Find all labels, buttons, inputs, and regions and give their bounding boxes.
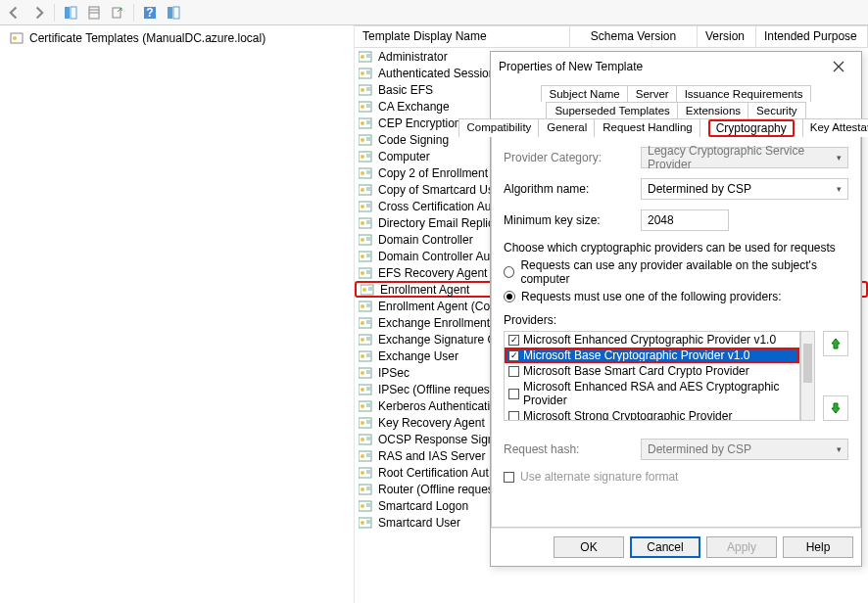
provider-row[interactable]: ✓Microsoft Enhanced Cryptographic Provid… bbox=[505, 332, 799, 348]
cert-icon bbox=[359, 350, 372, 362]
cancel-button[interactable]: Cancel bbox=[630, 536, 700, 558]
svg-point-117 bbox=[361, 487, 364, 491]
svg-point-37 bbox=[361, 155, 364, 159]
tab-general[interactable]: General bbox=[538, 118, 596, 137]
template-name: Domain Controller bbox=[378, 233, 473, 247]
tab-subject-name[interactable]: Subject Name bbox=[541, 85, 629, 102]
template-name: Basic EFS bbox=[378, 83, 433, 97]
svg-rect-0 bbox=[65, 7, 70, 19]
col-name[interactable]: Template Display Name bbox=[355, 26, 570, 47]
help-button[interactable]: Help bbox=[783, 536, 853, 558]
view-button-3[interactable] bbox=[163, 3, 184, 23]
cert-icon bbox=[359, 51, 372, 63]
template-name: IPSec bbox=[378, 366, 410, 380]
view-button-2[interactable] bbox=[83, 3, 105, 23]
close-button[interactable] bbox=[824, 55, 853, 78]
tab-cryptography[interactable]: Cryptography bbox=[699, 118, 803, 137]
help-button[interactable]: ? bbox=[139, 3, 161, 23]
move-up-button[interactable] bbox=[823, 331, 848, 356]
providers-list[interactable]: ✓Microsoft Enhanced Cryptographic Provid… bbox=[504, 331, 800, 421]
tab-security[interactable]: Security bbox=[747, 102, 806, 118]
svg-point-45 bbox=[361, 188, 364, 192]
svg-point-53 bbox=[361, 221, 364, 225]
minkey-input[interactable]: 2048 bbox=[641, 209, 729, 231]
dialog-buttons: OK Cancel Apply Help bbox=[491, 528, 861, 566]
cert-icon bbox=[359, 267, 372, 279]
properties-dialog: Properties of New Template Subject NameS… bbox=[490, 51, 862, 567]
apply-button[interactable]: Apply bbox=[706, 536, 777, 558]
tab-superseded-templates[interactable]: Superseded Templates bbox=[546, 102, 678, 118]
cert-icon bbox=[359, 450, 372, 462]
template-name: Root Certification Aut bbox=[378, 466, 489, 480]
radio-specific-providers[interactable]: Requests must use one of the following p… bbox=[504, 290, 848, 303]
provider-row[interactable]: ✓Microsoft Base Cryptographic Provider v… bbox=[505, 348, 799, 363]
algorithm-label: Algorithm name: bbox=[504, 182, 641, 196]
provider-checkbox[interactable] bbox=[508, 389, 519, 399]
template-name: Exchange Signature O bbox=[378, 333, 497, 347]
provider-checkbox[interactable] bbox=[508, 411, 519, 422]
svg-point-49 bbox=[361, 205, 364, 209]
export-button[interactable] bbox=[107, 3, 128, 23]
cert-icon bbox=[359, 151, 372, 162]
view-button-1[interactable] bbox=[60, 3, 81, 23]
template-name: Enrollment Agent (Co bbox=[378, 300, 490, 313]
template-name: Copy of Smartcard Us bbox=[378, 183, 494, 197]
col-purpose[interactable]: Intended Purpose bbox=[756, 26, 868, 47]
forward-button[interactable] bbox=[27, 3, 49, 23]
cert-icon bbox=[359, 317, 372, 329]
tab-key-attestation[interactable]: Key Attestation bbox=[801, 118, 868, 137]
svg-point-121 bbox=[361, 504, 364, 508]
provider-category-combo: Legacy Cryptographic Service Provider▾ bbox=[641, 147, 848, 168]
request-hash-label: Request hash: bbox=[504, 442, 641, 456]
svg-point-113 bbox=[361, 471, 364, 475]
nav-root[interactable]: Certificate Templates (ManualDC.azure.lo… bbox=[4, 29, 350, 47]
cert-icon bbox=[359, 417, 372, 429]
tab-request-handling[interactable]: Request Handling bbox=[594, 118, 700, 137]
provider-row[interactable]: Microsoft Base Smart Card Crypto Provide… bbox=[505, 363, 799, 379]
tab-issuance-requirements[interactable]: Issuance Requirements bbox=[676, 85, 812, 102]
svg-point-101 bbox=[361, 421, 364, 425]
provider-checkbox[interactable]: ✓ bbox=[508, 335, 519, 346]
template-name: RAS and IAS Server bbox=[378, 449, 485, 463]
radio-any-provider[interactable]: Requests can use any provider available … bbox=[504, 258, 848, 286]
tab-server[interactable]: Server bbox=[627, 85, 678, 102]
cert-icon bbox=[359, 167, 372, 179]
tab-compatibility[interactable]: Compatibility bbox=[458, 118, 541, 137]
svg-rect-8 bbox=[168, 7, 172, 19]
nav-root-label: Certificate Templates (ManualDC.azure.lo… bbox=[29, 31, 265, 45]
nav-tree[interactable]: Certificate Templates (ManualDC.azure.lo… bbox=[0, 25, 355, 603]
provider-row[interactable]: Microsoft Strong Cryptographic Provider bbox=[505, 408, 799, 421]
tab-extensions[interactable]: Extensions bbox=[677, 102, 749, 118]
template-name: Enrollment Agent bbox=[380, 283, 469, 297]
providers-scrollbar[interactable] bbox=[800, 331, 815, 421]
svg-point-81 bbox=[361, 338, 364, 342]
col-version[interactable]: Version bbox=[698, 26, 756, 47]
minkey-label: Minimum key size: bbox=[504, 213, 641, 227]
col-schema[interactable]: Schema Version bbox=[570, 26, 698, 47]
svg-point-57 bbox=[361, 238, 364, 242]
provider-name: Microsoft Strong Cryptographic Provider bbox=[523, 409, 732, 421]
back-button[interactable] bbox=[4, 3, 25, 23]
provider-row[interactable]: Microsoft Enhanced RSA and AES Cryptogra… bbox=[505, 379, 799, 408]
svg-rect-1 bbox=[71, 7, 76, 19]
svg-point-11 bbox=[13, 36, 17, 40]
cert-icon bbox=[359, 68, 372, 79]
template-name: Router (Offline reques bbox=[378, 483, 494, 496]
cert-icon bbox=[359, 301, 372, 312]
provider-checkbox[interactable] bbox=[508, 366, 519, 377]
svg-text:?: ? bbox=[146, 6, 153, 20]
template-name: Key Recovery Agent bbox=[378, 416, 485, 430]
template-name: Administrator bbox=[378, 50, 448, 64]
provider-checkbox[interactable]: ✓ bbox=[508, 350, 519, 361]
template-name: Copy 2 of Enrollment A bbox=[378, 166, 499, 180]
algorithm-combo[interactable]: Determined by CSP▾ bbox=[641, 178, 848, 200]
move-down-button[interactable] bbox=[823, 395, 848, 421]
cert-icon bbox=[359, 234, 372, 246]
cert-icon bbox=[359, 434, 372, 445]
cert-icon bbox=[359, 217, 372, 229]
toolbar: ? bbox=[0, 0, 868, 25]
ok-button[interactable]: OK bbox=[554, 536, 624, 558]
cert-icon bbox=[359, 517, 372, 529]
svg-point-17 bbox=[361, 71, 364, 75]
template-name: Smartcard Logon bbox=[378, 499, 468, 513]
